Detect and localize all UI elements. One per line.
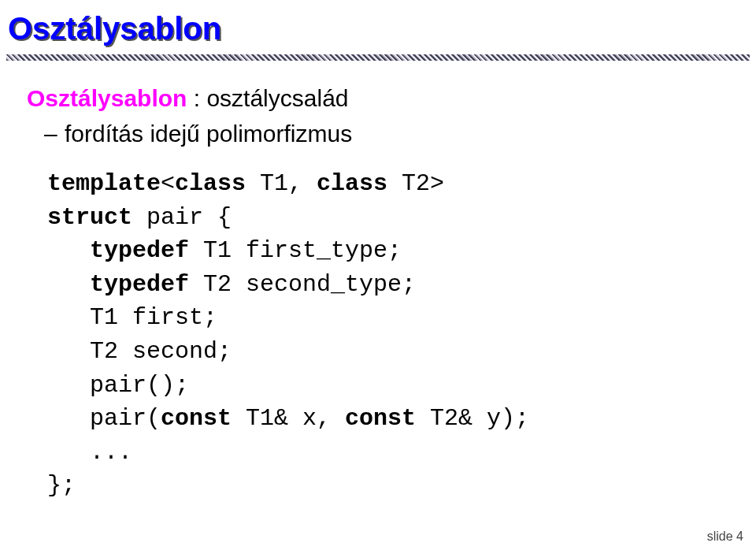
- kw-struct: struct: [47, 204, 132, 231]
- code-text: T2>: [387, 170, 444, 197]
- code-line: T1 first;: [47, 304, 217, 331]
- code-indent: [47, 237, 90, 264]
- kw-template: template: [47, 170, 161, 197]
- term: Osztálysablon: [27, 85, 187, 111]
- kw-class: class: [317, 170, 387, 197]
- intro-list: fordítás idejű polimorfizmus: [27, 118, 750, 151]
- code-text: pair(: [47, 405, 161, 432]
- kw-typedef: typedef: [90, 237, 189, 264]
- code-block: template<class T1, class T2> struct pair…: [47, 167, 750, 503]
- slide-number: slide 4: [707, 530, 743, 544]
- kw-typedef: typedef: [90, 271, 189, 298]
- code-line: T2 second;: [47, 338, 232, 365]
- slide: Osztálysablon Osztálysablon : osztálycsa…: [0, 0, 756, 550]
- intro-bullet: fordítás idejű polimorfizmus: [27, 118, 750, 151]
- code-indent: [47, 271, 90, 298]
- code-line: ...: [47, 439, 132, 466]
- kw-const: const: [161, 405, 232, 432]
- code-text: T1,: [246, 170, 317, 197]
- definition: : osztálycsalád: [187, 85, 348, 111]
- code-text: T1& x,: [232, 405, 345, 432]
- kw-const: const: [345, 405, 416, 432]
- kw-class: class: [175, 170, 246, 197]
- code-text: T1 first_type;: [189, 237, 402, 264]
- code-text: pair {: [132, 204, 232, 231]
- slide-title: Osztálysablon: [8, 11, 750, 46]
- code-line: pair();: [47, 372, 189, 399]
- code-text: T2 second_type;: [189, 271, 416, 298]
- divider: [6, 54, 750, 61]
- code-line: };: [47, 472, 76, 499]
- intro-line: Osztálysablon : osztálycsalád: [27, 83, 750, 115]
- intro-block: Osztálysablon : osztálycsalád fordítás i…: [27, 83, 750, 150]
- code-text: T2& y);: [416, 405, 529, 432]
